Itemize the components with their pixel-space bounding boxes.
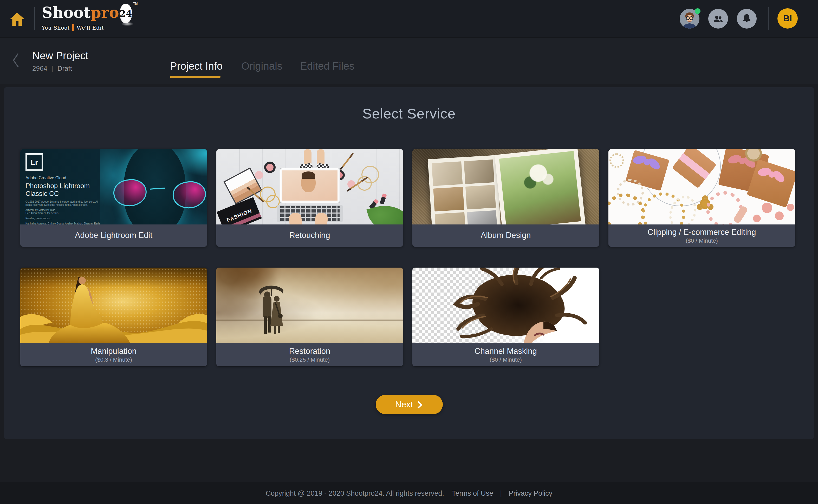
next-button[interactable]: Next <box>375 395 443 414</box>
select-service-panel: Select Service Lr Adobe Creative Cloud P… <box>4 87 814 439</box>
ribbon-band <box>679 153 710 180</box>
service-card-channel-masking[interactable]: Channel Masking ($0 / Minute) <box>412 268 599 366</box>
model-face <box>301 174 316 192</box>
project-header: New Project 2964 | Draft Project Info Or… <box>0 38 818 84</box>
blush <box>255 171 263 179</box>
service-price: ($0.25 / Minute) <box>290 356 330 363</box>
lightroom-service-image: Lr Adobe Creative Cloud Photoshop Lightr… <box>20 149 207 224</box>
terms-of-use-link[interactable]: Terms of Use <box>452 489 493 497</box>
service-card-adobe-lightroom-edit[interactable]: Lr Adobe Creative Cloud Photoshop Lightr… <box>20 149 207 247</box>
home-icon-glyph <box>8 10 26 28</box>
ribbon-bow <box>739 157 746 165</box>
next-button-label: Next <box>395 400 413 409</box>
logo-word-pro: pro <box>90 5 119 20</box>
service-price: ($0 / Minute) <box>490 356 522 363</box>
service-card-retouching[interactable]: FASHION Retouching <box>216 149 403 247</box>
service-name: Restoration <box>289 347 331 356</box>
status-badge: Draft <box>57 64 72 72</box>
service-card-album-design[interactable]: Album Design <box>412 149 599 247</box>
home-icon[interactable] <box>8 10 26 28</box>
album-photo <box>467 210 497 224</box>
service-name: Clipping / E-commerce Editing <box>648 228 756 237</box>
section-heading: Select Service <box>4 106 814 122</box>
album-photo <box>432 161 462 186</box>
service-name: Album Design <box>481 231 531 240</box>
portrait-art <box>101 149 207 224</box>
retouching-service-image: FASHION <box>216 149 403 224</box>
bead <box>753 215 761 222</box>
notifications-button[interactable] <box>737 9 757 29</box>
meta-divider: | <box>51 64 53 72</box>
card-label-bar: Clipping / E-commerce Editing ($0 / Minu… <box>608 224 795 247</box>
shootpro24-logo[interactable]: Shootpro 24 TM You Shoot We'll Edit <box>42 4 120 34</box>
vintage-couple-art <box>216 268 403 343</box>
laptop-keyboard <box>277 205 343 222</box>
photo-book <box>427 149 589 224</box>
service-card-clipping-ecommerce[interactable]: Clipping / E-commerce Editing ($0 / Minu… <box>608 149 795 247</box>
tab-originals[interactable]: Originals <box>241 60 282 72</box>
project-meta: 2964 | Draft <box>32 64 72 72</box>
footer-separator: | <box>500 489 502 497</box>
app-window: Shootpro 24 TM You Shoot We'll Edit <box>0 0 818 504</box>
service-row-2: Manipulation ($0.3 / Minute) <box>20 268 599 366</box>
card-label-bar: Retouching <box>216 224 403 247</box>
contacts-button[interactable] <box>708 9 728 29</box>
album-right-page <box>494 149 586 224</box>
topbar-divider <box>34 7 35 30</box>
service-name: Adobe Lightroom Edit <box>75 231 152 240</box>
album-photo <box>465 185 496 210</box>
lightroom-splash-text: Lr Adobe Creative Cloud Photoshop Lightr… <box>20 149 111 224</box>
online-status-dot <box>695 8 701 14</box>
copyright-text: Copyright @ 2019 - 2020 Shootpro24. All … <box>266 489 444 497</box>
card-label-bar: Restoration ($0.25 / Minute) <box>216 343 403 366</box>
project-id: 2964 <box>32 64 47 72</box>
service-name: Manipulation <box>91 347 136 356</box>
makeup-brush <box>340 153 354 170</box>
footer: Copyright @ 2019 - 2020 Shootpro24. All … <box>0 482 818 504</box>
card-label-bar: Album Design <box>412 224 599 247</box>
bell-icon <box>741 13 753 24</box>
earring <box>609 153 624 168</box>
card-label-bar: Manipulation ($0.3 / Minute) <box>20 343 207 366</box>
clipping-service-image <box>608 149 795 224</box>
service-card-manipulation[interactable]: Manipulation ($0.3 / Minute) <box>20 268 207 366</box>
lightroom-lr-logo: Lr <box>25 153 43 171</box>
lipstick <box>380 194 387 205</box>
service-price: ($0.3 / Minute) <box>95 356 132 363</box>
service-row-1: Lr Adobe Creative Cloud Photoshop Lightr… <box>20 149 795 247</box>
pearl-bracelet <box>617 179 644 206</box>
service-price: ($0 / Minute) <box>686 237 718 244</box>
topbar-divider-right <box>768 7 769 30</box>
logo-badge-24: 24 TM <box>120 4 132 23</box>
active-tab-indicator <box>170 76 221 78</box>
user-initials-badge[interactable]: BI <box>777 8 798 29</box>
bead <box>787 204 794 211</box>
bouquet-photo <box>499 151 581 224</box>
album-photo <box>464 160 494 184</box>
privacy-policy-link[interactable]: Privacy Policy <box>509 489 552 497</box>
bead <box>762 203 772 213</box>
user-avatar[interactable] <box>680 9 700 29</box>
bead <box>775 211 784 220</box>
service-card-restoration[interactable]: Restoration ($0.25 / Minute) <box>216 268 403 366</box>
blush <box>266 164 274 171</box>
logo-wordmark: Shootpro 24 TM <box>42 4 120 20</box>
card-label-bar: Adobe Lightroom Edit <box>20 224 207 247</box>
service-name: Channel Masking <box>474 347 537 356</box>
chevron-left-icon <box>11 51 20 69</box>
tagline-divider <box>72 24 74 31</box>
album-photo <box>433 187 464 211</box>
restoration-service-image <box>216 268 403 343</box>
logo-tagline: You Shoot We'll Edit <box>42 24 120 31</box>
golden-dress-art <box>20 268 207 343</box>
back-button[interactable] <box>11 51 22 71</box>
tab-edited-files[interactable]: Edited Files <box>300 60 354 72</box>
album-photo <box>435 212 465 224</box>
logo-word-shoot: Shoot <box>42 5 90 20</box>
tab-project-info[interactable]: Project Info <box>170 60 223 72</box>
people-icon <box>713 13 724 24</box>
flying-hair-art <box>412 268 599 343</box>
chevron-right-icon <box>418 401 423 408</box>
manipulation-service-image <box>20 268 207 343</box>
top-bar: Shootpro 24 TM You Shoot We'll Edit <box>0 0 818 38</box>
